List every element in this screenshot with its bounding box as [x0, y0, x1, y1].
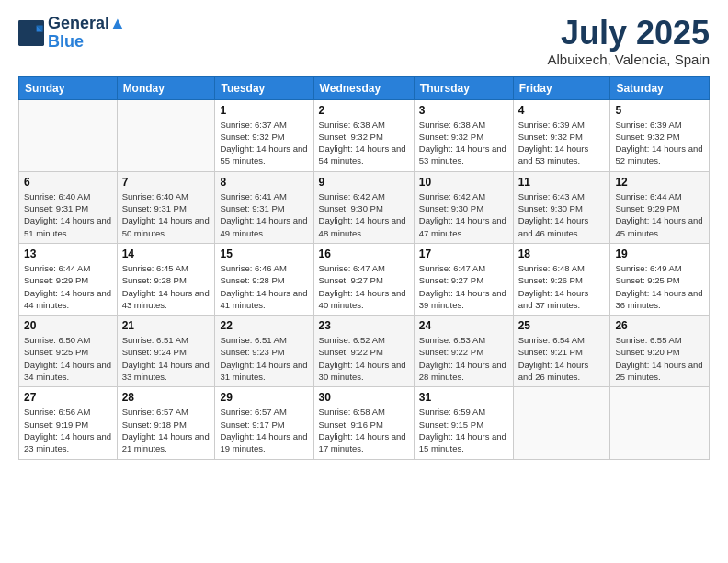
daylight: Daylight: 14 hours and 47 minutes. — [419, 215, 506, 237]
day-info: Sunrise: 6:53 AM Sunset: 9:22 PM Dayligh… — [419, 334, 508, 383]
sunset: Sunset: 9:20 PM — [615, 347, 679, 357]
table-row: 26 Sunrise: 6:55 AM Sunset: 9:20 PM Dayl… — [610, 316, 710, 387]
month-title: July 2025 — [548, 15, 711, 52]
daylight: Daylight: 14 hours and 55 minutes. — [220, 144, 307, 166]
sunrise: Sunrise: 6:47 AM — [319, 263, 385, 273]
day-number: 3 — [419, 104, 508, 117]
daylight: Daylight: 14 hours and 52 minutes. — [615, 144, 702, 166]
day-number: 24 — [419, 319, 508, 332]
daylight: Daylight: 14 hours and 21 minutes. — [122, 431, 210, 454]
day-info: Sunrise: 6:39 AM Sunset: 9:32 PM Dayligh… — [615, 119, 704, 167]
sunset: Sunset: 9:31 PM — [220, 203, 284, 213]
sunrise: Sunrise: 6:38 AM — [419, 120, 485, 130]
table-row: 8 Sunrise: 6:41 AM Sunset: 9:31 PM Dayli… — [215, 171, 313, 243]
day-number: 6 — [24, 176, 112, 189]
sunrise: Sunrise: 6:54 AM — [518, 335, 585, 345]
day-info: Sunrise: 6:38 AM Sunset: 9:32 PM Dayligh… — [419, 119, 508, 167]
table-row: 16 Sunrise: 6:47 AM Sunset: 9:27 PM Dayl… — [313, 243, 414, 315]
daylight: Daylight: 14 hours and 15 minutes. — [419, 431, 506, 454]
sunset: Sunset: 9:27 PM — [319, 275, 383, 285]
table-row — [610, 387, 710, 459]
daylight: Daylight: 14 hours and 39 minutes. — [419, 288, 506, 310]
day-number: 5 — [615, 104, 704, 117]
sunset: Sunset: 9:26 PM — [518, 275, 583, 285]
table-row: 21 Sunrise: 6:51 AM Sunset: 9:24 PM Dayl… — [117, 316, 215, 387]
sunrise: Sunrise: 6:44 AM — [615, 191, 681, 201]
sunset: Sunset: 9:24 PM — [122, 347, 187, 357]
daylight: Daylight: 14 hours and 44 minutes. — [24, 288, 111, 310]
sunrise: Sunrise: 6:39 AM — [518, 120, 585, 130]
sunrise: Sunrise: 6:38 AM — [319, 120, 385, 130]
col-friday: Friday — [513, 76, 610, 99]
table-row: 11 Sunrise: 6:43 AM Sunset: 9:30 PM Dayl… — [513, 171, 610, 243]
sunset: Sunset: 9:30 PM — [518, 203, 583, 213]
table-row — [19, 99, 118, 171]
table-row: 12 Sunrise: 6:44 AM Sunset: 9:29 PM Dayl… — [610, 171, 710, 243]
sunrise: Sunrise: 6:42 AM — [419, 191, 485, 201]
daylight: Daylight: 14 hours and 19 minutes. — [220, 431, 307, 454]
day-info: Sunrise: 6:51 AM Sunset: 9:23 PM Dayligh… — [220, 334, 308, 383]
sunset: Sunset: 9:18 PM — [122, 419, 187, 430]
sunset: Sunset: 9:32 PM — [220, 132, 284, 142]
location-subtitle: Albuixech, Valencia, Spain — [548, 52, 711, 67]
table-row: 5 Sunrise: 6:39 AM Sunset: 9:32 PM Dayli… — [610, 99, 710, 171]
sunrise: Sunrise: 6:56 AM — [24, 407, 90, 417]
day-info: Sunrise: 6:57 AM Sunset: 9:18 PM Dayligh… — [122, 406, 210, 454]
sunrise: Sunrise: 6:51 AM — [122, 335, 188, 345]
day-number: 13 — [24, 247, 112, 260]
day-number: 4 — [518, 104, 606, 117]
table-row: 30 Sunrise: 6:58 AM Sunset: 9:16 PM Dayl… — [313, 387, 414, 459]
sunrise: Sunrise: 6:50 AM — [24, 335, 90, 345]
daylight: Daylight: 14 hours and 26 minutes. — [518, 360, 589, 382]
table-row: 18 Sunrise: 6:48 AM Sunset: 9:26 PM Dayl… — [513, 243, 610, 315]
day-number: 26 — [615, 319, 704, 332]
day-info: Sunrise: 6:47 AM Sunset: 9:27 PM Dayligh… — [419, 262, 508, 311]
day-info: Sunrise: 6:45 AM Sunset: 9:28 PM Dayligh… — [122, 262, 210, 311]
day-info: Sunrise: 6:52 AM Sunset: 9:22 PM Dayligh… — [319, 334, 409, 383]
sunset: Sunset: 9:17 PM — [220, 419, 284, 430]
sunset: Sunset: 9:30 PM — [419, 203, 483, 213]
sunset: Sunset: 9:21 PM — [518, 347, 583, 357]
col-tuesday: Tuesday — [215, 76, 313, 99]
daylight: Daylight: 14 hours and 50 minutes. — [122, 215, 210, 237]
table-row: 4 Sunrise: 6:39 AM Sunset: 9:32 PM Dayli… — [513, 99, 610, 171]
sunrise: Sunrise: 6:37 AM — [220, 120, 286, 130]
sunrise: Sunrise: 6:57 AM — [122, 407, 188, 417]
sunset: Sunset: 9:25 PM — [24, 347, 88, 357]
sunrise: Sunrise: 6:52 AM — [319, 335, 385, 345]
table-row: 10 Sunrise: 6:42 AM Sunset: 9:30 PM Dayl… — [414, 171, 513, 243]
table-row: 2 Sunrise: 6:38 AM Sunset: 9:32 PM Dayli… — [313, 99, 414, 171]
day-number: 22 — [220, 319, 308, 332]
daylight: Daylight: 14 hours and 36 minutes. — [615, 288, 702, 310]
logo-text: General▲ Blue — [48, 15, 126, 52]
col-saturday: Saturday — [610, 76, 710, 99]
sunset: Sunset: 9:31 PM — [24, 203, 88, 213]
day-info: Sunrise: 6:40 AM Sunset: 9:31 PM Dayligh… — [24, 190, 112, 239]
day-info: Sunrise: 6:57 AM Sunset: 9:17 PM Dayligh… — [220, 406, 308, 454]
sunset: Sunset: 9:29 PM — [615, 203, 679, 213]
sunrise: Sunrise: 6:40 AM — [24, 191, 90, 201]
sunset: Sunset: 9:31 PM — [122, 203, 187, 213]
sunrise: Sunrise: 6:48 AM — [518, 263, 585, 273]
table-row: 3 Sunrise: 6:38 AM Sunset: 9:32 PM Dayli… — [414, 99, 513, 171]
daylight: Daylight: 14 hours and 43 minutes. — [122, 288, 210, 310]
day-info: Sunrise: 6:41 AM Sunset: 9:31 PM Dayligh… — [220, 190, 308, 239]
daylight: Daylight: 14 hours and 53 minutes. — [419, 144, 506, 166]
page-header: General▲ Blue July 2025 Albuixech, Valen… — [18, 15, 710, 67]
sunrise: Sunrise: 6:58 AM — [319, 407, 385, 417]
day-number: 19 — [615, 247, 704, 260]
title-block: July 2025 Albuixech, Valencia, Spain — [548, 15, 711, 67]
table-row: 22 Sunrise: 6:51 AM Sunset: 9:23 PM Dayl… — [215, 316, 313, 387]
daylight: Daylight: 14 hours and 28 minutes. — [419, 360, 506, 382]
day-info: Sunrise: 6:47 AM Sunset: 9:27 PM Dayligh… — [319, 262, 409, 311]
sunset: Sunset: 9:25 PM — [615, 275, 679, 285]
sunset: Sunset: 9:22 PM — [319, 347, 383, 357]
sunrise: Sunrise: 6:55 AM — [615, 335, 681, 345]
daylight: Daylight: 14 hours and 25 minutes. — [615, 360, 702, 382]
sunrise: Sunrise: 6:57 AM — [220, 407, 286, 417]
calendar-header-row: Sunday Monday Tuesday Wednesday Thursday… — [19, 76, 710, 99]
col-sunday: Sunday — [19, 76, 118, 99]
daylight: Daylight: 14 hours and 37 minutes. — [518, 288, 589, 310]
table-row — [117, 99, 215, 171]
daylight: Daylight: 14 hours and 48 minutes. — [319, 215, 406, 237]
